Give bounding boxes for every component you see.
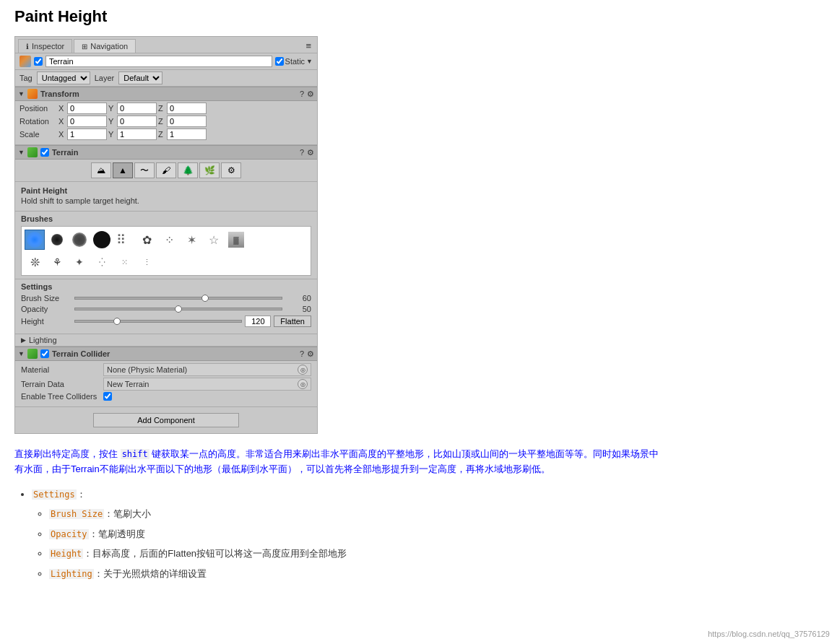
opacity-slider[interactable] [74, 308, 282, 310]
brushes-row-2: ❊ ⚘ ✦ ⁛ ⁙ ⋮ [25, 252, 308, 272]
rotation-label: Rotation [19, 117, 57, 126]
object-enabled-checkbox[interactable] [34, 57, 43, 66]
terrain-gear-button[interactable]: ⚙ [307, 148, 314, 157]
lighting-row[interactable]: ▶ Lighting [15, 334, 317, 347]
rot-x-input[interactable] [67, 116, 107, 127]
collider-section-header: ▼ Terrain Collider ? ⚙ [15, 347, 317, 361]
pos-z-letter: Z [158, 104, 165, 113]
layer-select[interactable]: Default [118, 71, 162, 84]
brush-16[interactable]: ⋮ [136, 252, 157, 272]
brush-12[interactable]: ⚘ [47, 252, 67, 272]
brush-10[interactable]: ▓ [226, 230, 246, 250]
layer-label: Layer [95, 74, 115, 82]
static-dropdown-arrow[interactable]: ▼ [306, 58, 313, 65]
pos-z-input[interactable] [167, 103, 207, 114]
brush-13[interactable]: ✦ [69, 252, 90, 272]
brush-9[interactable]: ☆ [204, 230, 224, 250]
height-input[interactable] [245, 316, 271, 327]
tool-paint-details[interactable]: 🌿 [199, 162, 220, 178]
brush-15[interactable]: ⁙ [114, 252, 134, 272]
pos-x-letter: X [58, 104, 66, 113]
collider-enabled-checkbox[interactable] [40, 349, 49, 358]
brush-4[interactable] [92, 230, 112, 250]
brush-2[interactable] [47, 230, 67, 250]
terrain-data-select-button[interactable]: ◎ [298, 379, 308, 389]
opacity-desc: ：笔刷透明度 [89, 528, 145, 539]
position-row: Position X Y Z [19, 103, 313, 114]
scale-z-input[interactable] [167, 129, 207, 140]
brush-11[interactable]: ❊ [25, 252, 45, 272]
collider-body: Material None (Physic Material) ◎ Terrai… [15, 361, 317, 407]
transform-help-button[interactable]: ? [300, 90, 304, 98]
enable-tree-row: Enable Tree Colliders [21, 392, 311, 401]
opacity-row: Opacity 50 [21, 305, 311, 313]
brush-size-value: 60 [285, 294, 311, 303]
tool-place-trees[interactable]: 🌲 [178, 162, 198, 178]
collider-gear-button[interactable]: ⚙ [307, 349, 314, 359]
shift-key: shift [121, 449, 149, 459]
tool-smooth[interactable]: 〜 [134, 162, 155, 178]
brush-size-row: Brush Size 60 [21, 294, 311, 303]
panel-menu-button[interactable]: ≡ [303, 39, 314, 53]
collider-collapse-arrow[interactable]: ▼ [18, 350, 25, 357]
brush-1[interactable] [25, 230, 45, 250]
tab-inspector[interactable]: ℹ Inspector [18, 39, 72, 53]
static-checkbox[interactable] [275, 57, 284, 66]
lighting-label: Lighting [29, 336, 57, 344]
rot-x-letter: X [58, 117, 66, 126]
brush-14[interactable]: ⁛ [92, 252, 112, 272]
mountain-link[interactable]: 山顶或山间的一块平整地面等等 [452, 448, 584, 459]
material-select-button[interactable]: ◎ [298, 365, 308, 375]
flatten-button[interactable]: Flatten [274, 316, 311, 327]
terrain-help-button[interactable]: ? [300, 148, 304, 157]
tag-select[interactable]: Untagged [37, 71, 90, 84]
material-label: Material [21, 365, 100, 374]
brushes-grid: ⠿ ✿ ⁘ ✶ ☆ ▓ [21, 226, 311, 276]
pos-x-input[interactable] [67, 103, 107, 114]
scale-y-input[interactable] [117, 129, 157, 140]
rot-y-input[interactable] [117, 116, 157, 127]
settings-colon: ： [77, 489, 86, 500]
rotation-row: Rotation X Y Z [19, 116, 313, 127]
add-component-row: Add Component [15, 407, 317, 433]
transform-gear-button[interactable]: ⚙ [307, 90, 314, 99]
brush-6[interactable]: ✿ [136, 230, 157, 250]
brush-7[interactable]: ⁘ [159, 230, 179, 250]
brush-8[interactable]: ✶ [181, 230, 201, 250]
pos-y-input[interactable] [117, 103, 157, 114]
scale-y-letter: Y [108, 130, 116, 139]
collider-help-button[interactable]: ? [300, 349, 304, 358]
tool-settings[interactable]: ⚙ [221, 162, 241, 178]
transform-title: Transform [40, 90, 297, 98]
tab-navigation[interactable]: ⊞ Navigation [74, 39, 136, 53]
rot-y-letter: Y [108, 117, 116, 126]
brush-size-slider[interactable] [74, 297, 282, 300]
brush-5[interactable]: ⠿ [114, 230, 134, 250]
scale-x-input[interactable] [67, 129, 107, 140]
static-label: Static [285, 57, 305, 66]
height-label: Height [21, 317, 71, 326]
object-name-input[interactable] [45, 56, 272, 67]
collider-title: Terrain Collider [52, 349, 297, 358]
height-slider[interactable] [74, 320, 242, 323]
enable-tree-label: Enable Tree Colliders [21, 392, 100, 401]
enable-tree-checkbox[interactable] [103, 392, 112, 401]
brushes-row-1: ⠿ ✿ ⁘ ✶ ☆ ▓ [25, 230, 308, 250]
terrain-icon [27, 147, 38, 157]
tool-paint-texture[interactable]: 🖌 [156, 162, 176, 178]
terrain-toolbar: ⛰ ▲ 〜 🖌 🌲 🌿 ⚙ [15, 160, 317, 182]
terrain-enabled-checkbox[interactable] [40, 148, 49, 157]
tool-raise-lower[interactable]: ⛰ [91, 162, 111, 178]
scale-x-letter: X [58, 130, 66, 139]
rot-z-input[interactable] [167, 116, 207, 127]
material-value-text: None (Physic Material) [107, 365, 187, 374]
add-component-button[interactable]: Add Component [93, 413, 239, 427]
brushes-section: Brushes ⠿ ✿ [15, 212, 317, 279]
brush-size-label: Brush Size [21, 294, 71, 303]
bullet-list: Settings： Brush Size：笔刷大小 Opacity：笔刷透明度 … [14, 486, 664, 583]
transform-collapse-arrow[interactable]: ▼ [18, 90, 25, 97]
tool-paint-height[interactable]: ▲ [113, 162, 133, 178]
paint-info-box: Paint Height Hold shift to sample target… [15, 182, 317, 212]
brush-3[interactable] [69, 230, 90, 250]
terrain-collapse-arrow[interactable]: ▼ [18, 149, 25, 156]
